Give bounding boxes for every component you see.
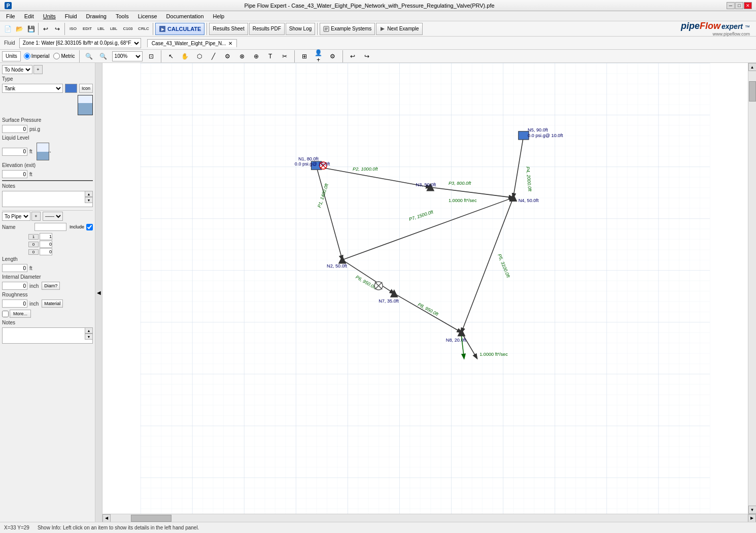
liquid-level-input[interactable]	[2, 148, 27, 156]
window-controls[interactable]: ─ □ ✕	[727, 2, 752, 9]
select-tool[interactable]: ↖	[165, 51, 177, 62]
scroll-right-button[interactable]: ▶	[748, 514, 756, 522]
zoom-region[interactable]: ⊞	[299, 51, 310, 62]
minimize-button[interactable]: ─	[727, 2, 735, 9]
pipe-style-selector[interactable]: ───	[43, 212, 63, 221]
results-sheet-button[interactable]: Results Sheet	[209, 23, 248, 35]
menu-license[interactable]: License	[134, 12, 161, 20]
scroll-track-horizontal[interactable]	[111, 514, 748, 522]
scroll-thumb-vertical[interactable]	[749, 81, 756, 102]
pipe-type-selector: To Pipe +	[2, 212, 41, 221]
valve-tool[interactable]: ⊗	[236, 51, 248, 62]
panel-separator-2	[2, 210, 93, 211]
more-checkbox[interactable]	[2, 311, 9, 317]
lbl2-button[interactable]: LBL	[108, 23, 120, 35]
panel-collapse-button[interactable]: ◀	[95, 63, 102, 522]
network-settings[interactable]: ⚙	[327, 51, 338, 62]
network-canvas[interactable]: P1, 1400.0ft P2, 1000.0ft P3, 800.0ft 1.…	[102, 63, 748, 514]
lbl-button[interactable]: LBL	[95, 23, 107, 35]
close-button[interactable]: ✕	[744, 2, 752, 9]
menu-help[interactable]: Help	[209, 12, 229, 20]
menu-drawing[interactable]: Drawing	[82, 12, 111, 20]
scroll-thumb-horizontal[interactable]	[131, 515, 171, 522]
iso-button[interactable]: ISO	[66, 23, 80, 35]
add-node-panel-button[interactable]: +	[33, 65, 43, 74]
scroll-left-button[interactable]: ◀	[102, 514, 111, 522]
imperial-radio[interactable]	[24, 53, 30, 59]
show-log-button[interactable]: Show Log	[286, 23, 315, 35]
tab-close-icon[interactable]: ✕	[228, 41, 232, 46]
metric-radio[interactable]	[53, 53, 60, 59]
pipe-selector-dropdown[interactable]: To Pipe	[2, 212, 30, 221]
mult-0-input[interactable]	[40, 241, 52, 248]
include-checkbox[interactable]	[86, 224, 93, 230]
icon-button[interactable]: Icon	[79, 84, 93, 93]
scroll-up-button[interactable]: ▲	[748, 63, 757, 71]
notes-textarea[interactable]	[2, 191, 93, 207]
elevation-input[interactable]	[2, 170, 27, 178]
text-tool[interactable]: T	[265, 51, 276, 62]
zoom-selector[interactable]: 100%	[112, 51, 143, 61]
add-pipe-panel-button[interactable]: +	[31, 212, 41, 221]
pipe-tool[interactable]: ╱	[208, 51, 219, 62]
c103-button[interactable]: C103	[120, 23, 135, 35]
metric-radio-label[interactable]: Metric	[53, 53, 75, 59]
edit-button[interactable]: EDIT	[80, 23, 94, 35]
crlc-button[interactable]: CRLC	[136, 23, 151, 35]
calculate-button[interactable]: ▶ CALCULATE	[155, 23, 204, 35]
node-type-dropdown[interactable]: Tank	[2, 84, 63, 93]
zoom-in-button[interactable]: 🔍	[84, 51, 95, 62]
menu-documentation[interactable]: Documentation	[162, 12, 208, 20]
id-input[interactable]	[2, 282, 27, 290]
material-button[interactable]: Material	[42, 299, 63, 308]
redo-button[interactable]: ↪	[52, 23, 63, 35]
pipe-notes-down[interactable]: ▼	[85, 334, 93, 340]
pipe-notes-up[interactable]: ▲	[85, 327, 93, 334]
maximize-button[interactable]: □	[735, 2, 743, 9]
imperial-radio-label[interactable]: Imperial	[24, 53, 50, 59]
menu-tools[interactable]: Tools	[112, 12, 133, 20]
node-type-selector[interactable]: To Node	[2, 65, 32, 74]
diam-button[interactable]: Diam?	[42, 282, 60, 290]
main-area: To Node + Type Tank Icon Surface Pressur…	[0, 63, 756, 522]
menu-units[interactable]: Units	[39, 12, 60, 20]
roughness-input[interactable]	[2, 299, 27, 308]
redo-tool[interactable]: ↪	[361, 51, 372, 62]
mult-0b-input[interactable]	[40, 248, 52, 255]
open-file-button[interactable]: 📂	[14, 23, 25, 35]
node-tool[interactable]: ⬡	[194, 51, 205, 62]
mult-1-input[interactable]	[40, 233, 52, 240]
results-pdf-button[interactable]: Results PDF	[249, 23, 285, 35]
undo-tool[interactable]: ↩	[347, 51, 358, 62]
surface-pressure-label: Surface Pressure	[2, 117, 53, 123]
scroll-track-vertical[interactable]	[748, 71, 757, 506]
fit-button[interactable]: ⊡	[146, 51, 157, 62]
undo-button[interactable]: ↩	[40, 23, 51, 35]
notes-scroll-down[interactable]: ▼	[85, 197, 93, 203]
save-file-button[interactable]: 💾	[25, 23, 37, 35]
units-button[interactable]: Units	[2, 51, 21, 61]
pipe-notes-textarea[interactable]	[2, 327, 93, 344]
node-n5[interactable]	[519, 131, 529, 140]
pipe-name-input[interactable]	[35, 223, 66, 231]
delete-tool[interactable]: ✂	[279, 51, 290, 62]
node-color-picker[interactable]	[65, 84, 77, 93]
pump-tool[interactable]: ⊕	[251, 51, 262, 62]
zone-selector[interactable]: Zone 1: Water [62.303105 lb/ft³ at 0.0ps…	[19, 38, 141, 48]
more-button[interactable]: More...	[10, 310, 31, 318]
example-systems-button[interactable]: Example Systems	[320, 23, 375, 35]
length-input[interactable]	[2, 264, 27, 272]
new-file-button[interactable]: 📄	[2, 23, 13, 35]
notes-scroll-up[interactable]: ▲	[85, 191, 93, 197]
next-example-button[interactable]: Next Example	[376, 23, 422, 35]
file-tab[interactable]: Case_43_Water_Eight_Pipe_N... ✕	[147, 39, 237, 47]
menu-fluid[interactable]: Fluid	[61, 12, 81, 20]
scroll-down-button[interactable]: ▼	[748, 506, 757, 514]
component-tool[interactable]: ⚙	[222, 51, 233, 62]
zoom-out-button[interactable]: 🔍	[98, 51, 109, 62]
surface-pressure-input[interactable]	[2, 125, 27, 133]
menu-edit[interactable]: Edit	[20, 12, 38, 20]
pan-tool[interactable]: ✋	[180, 51, 191, 62]
add-node-button[interactable]: 👤+	[313, 51, 324, 62]
menu-file[interactable]: File	[2, 12, 19, 20]
